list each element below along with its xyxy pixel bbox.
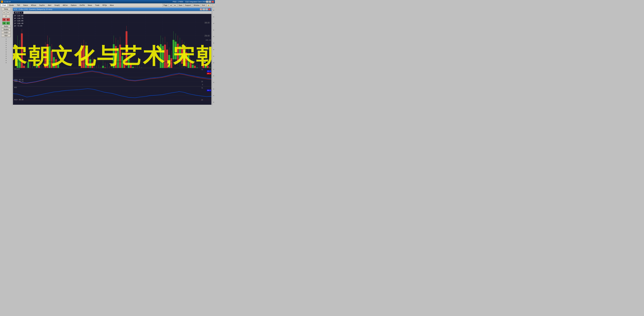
dot-1 <box>213 10 214 11</box>
stoch-blue-badge: 45.2 <box>207 70 211 72</box>
dot-15 <box>213 102 214 103</box>
menu-news[interactable]: News <box>86 4 94 7</box>
svg-rect-184 <box>186 52 187 67</box>
dot-10 <box>213 69 214 70</box>
dot-14 <box>213 95 214 96</box>
icon-green-left[interactable]: ◀ <box>2 22 6 25</box>
chart-restore-button[interactable]: □ <box>206 8 208 11</box>
menu-rfqs[interactable]: RFQs <box>101 4 108 7</box>
chart-window-title: KCE - Coffee (ICE), Quarterly (Delayed b… <box>14 9 200 10</box>
menu-bar: Chart Quote T&S Status MScan SupSrv Aler… <box>0 3 215 7</box>
intd-button[interactable]: <IntD> <box>2 31 11 34</box>
dot-4 <box>213 30 214 31</box>
chart-close-button[interactable]: ✕ <box>208 8 210 11</box>
dot-9 <box>213 62 214 63</box>
maximize-button[interactable]: □ <box>209 1 211 3</box>
setup-button[interactable]: Setup <box>2 8 11 11</box>
help-button[interactable]: ? <box>211 4 214 7</box>
svg-rect-162 <box>162 46 164 69</box>
app-title-full: P002 174856 - CQG Integrated Client 2020 <box>173 1 206 3</box>
icon-green-right[interactable]: ▶ <box>6 22 10 25</box>
menu-ordtkt[interactable]: OrdTkt <box>78 4 86 7</box>
stoch-scale-25: 25 <box>201 81 203 82</box>
page-controls: Page ◄ ► Save Support Window Exit 🔒 ? <box>162 4 214 7</box>
stoch-info: SStoch <box>14 68 20 70</box>
chart-area[interactable]: O= 115.65 H= 119.75 L= 115.65 C= 119.40 … <box>13 14 212 105</box>
menu-quote[interactable]: Quote <box>8 4 15 7</box>
menu-ts[interactable]: T&S <box>16 4 22 7</box>
lock-button[interactable]: 🔒 <box>206 4 211 7</box>
page-button[interactable]: Page <box>162 4 168 7</box>
menu-chart[interactable]: Chart <box>0 4 8 7</box>
menu-options[interactable]: Options <box>69 4 78 7</box>
minimize-button[interactable]: − <box>206 1 208 3</box>
dot-8 <box>213 56 214 57</box>
svg-rect-120 <box>117 48 119 71</box>
exit-button[interactable]: Exit <box>201 4 206 7</box>
menu-snapq[interactable]: SnapQ <box>53 4 61 7</box>
chart-minimize-button[interactable]: − <box>203 8 205 11</box>
dot-12 <box>213 82 214 83</box>
arrow-down-icon[interactable]: ▼ <box>6 11 10 14</box>
svg-text:250.00: 250.00 <box>204 34 210 37</box>
svg-rect-118 <box>115 46 117 69</box>
svg-rect-182 <box>183 50 185 65</box>
rsi-info: RSI <box>14 87 17 88</box>
support-button[interactable]: Support <box>184 4 192 7</box>
chart-info: O= 115.65 H= 119.75 L= 115.65 C= 119.40 … <box>14 15 23 27</box>
close-button[interactable]: ✕ <box>212 1 214 3</box>
svg-text:300.00: 300.00 <box>204 21 210 24</box>
dot-5 <box>213 36 214 37</box>
svg-rect-178 <box>179 46 181 62</box>
stoch-ssk: SSK= 45.22 SSD= 36.14 <box>14 79 24 82</box>
icon-red-left[interactable]: ◀ <box>2 18 6 21</box>
chart-tab-kce[interactable]: KCE.Q ✕ <box>14 11 24 14</box>
menu-alert[interactable]: Alert <box>46 4 53 7</box>
svg-rect-174 <box>175 42 176 59</box>
main-layout: Setup ▲ ▼ 🖨 ◀ ▶ ◀ ▶ ReScl Studies <IntD>… <box>0 7 215 105</box>
chart-close: C= 119.40 <box>14 22 23 25</box>
svg-rect-172 <box>173 40 174 59</box>
window-button[interactable]: Window <box>192 4 200 7</box>
stoch-scale-75: 75 <box>201 69 203 71</box>
arrow-up-icon[interactable]: ▲ <box>2 11 6 14</box>
menu-mscan[interactable]: MScan <box>30 4 38 7</box>
svg-rect-176 <box>177 44 179 61</box>
chart-tab-bar: KCE.Q ✕ <box>13 11 212 14</box>
title-bar: C 11:32:14 P002 174856 - CQG Integrated … <box>0 0 215 3</box>
stoch-red-badge: 36.1 <box>207 73 211 74</box>
menu-allcon[interactable]: AllCon <box>61 4 69 7</box>
window-controls: − □ ✕ <box>206 1 214 3</box>
save-button[interactable]: Save <box>178 4 184 7</box>
svg-rect-128 <box>126 31 128 66</box>
app-title: 11:32:14 <box>4 1 172 3</box>
chart-delta: Δ= +3.85 <box>14 25 22 27</box>
stoch-svg <box>13 68 211 86</box>
svg-rect-122 <box>119 45 121 69</box>
menu-more[interactable]: More <box>108 4 115 7</box>
page-next-button[interactable]: ► <box>173 4 177 7</box>
menu-supsrv[interactable]: SupSrv <box>38 4 46 7</box>
svg-rect-53 <box>46 44 48 68</box>
left-sidebar: Setup ▲ ▼ 🖨 ◀ ▶ ◀ ▶ ReScl Studies <IntD>… <box>0 7 12 105</box>
stochastic-panel: SStoch SSK= 45.22 SSD= 36.14 75 25 0 45.… <box>13 68 211 86</box>
svg-rect-88 <box>83 45 85 68</box>
svg-rect-116 <box>113 44 115 69</box>
icon-red-right[interactable]: ▶ <box>6 18 10 21</box>
menu-status[interactable]: Status <box>22 4 29 7</box>
rsi-panel: RSI RSI= 50.50 75 25 50.5 <box>13 86 211 105</box>
svg-rect-160 <box>160 44 162 68</box>
rescl-button[interactable]: ReScl <box>2 25 11 28</box>
list-button[interactable]: <list> <box>2 34 11 37</box>
app-icon: C <box>1 1 3 3</box>
page-prev-button[interactable]: ◄ <box>169 4 173 7</box>
dot-3 <box>213 23 214 24</box>
chart-pin-button[interactable]: 📌 <box>200 8 202 11</box>
stoch-scale-0: 0 <box>202 84 203 86</box>
print-icon[interactable]: 🖨 <box>2 15 10 18</box>
menu-trade[interactable]: Trade <box>94 4 101 7</box>
svg-rect-55 <box>49 46 50 69</box>
chart-tab-close-icon[interactable]: ✕ <box>21 12 22 14</box>
chart-window-controls: 📌 − □ ✕ <box>200 8 210 11</box>
studies-button[interactable]: Studies <box>2 28 11 31</box>
